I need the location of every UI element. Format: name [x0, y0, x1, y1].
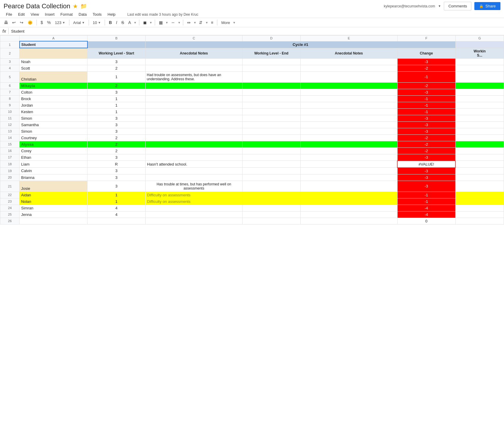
- format-number-dropdown[interactable]: 123 ▼: [53, 20, 67, 26]
- cell-a18[interactable]: Liam: [20, 161, 87, 168]
- cell-d12[interactable]: [242, 121, 300, 128]
- cell-g3[interactable]: [455, 58, 504, 65]
- cell-b24[interactable]: 4: [87, 205, 146, 211]
- align-caret[interactable]: ▼: [193, 21, 196, 24]
- cell-d3[interactable]: [242, 58, 300, 65]
- cell-c13[interactable]: [146, 128, 243, 134]
- star-icon[interactable]: ★: [73, 3, 78, 10]
- cell-f6[interactable]: -2: [397, 82, 455, 89]
- cell-a6[interactable]: Mikayla: [20, 82, 87, 89]
- cell-b26[interactable]: [87, 218, 146, 224]
- cell-f5[interactable]: -1: [397, 71, 455, 82]
- cell-c19[interactable]: [146, 168, 243, 174]
- cell-d23[interactable]: [242, 198, 300, 205]
- cell-f2[interactable]: Change: [397, 48, 455, 58]
- cell-e2[interactable]: Anecdotal Notes: [300, 48, 397, 58]
- cell-b7[interactable]: 3: [87, 89, 146, 95]
- cell-g25[interactable]: [455, 211, 504, 218]
- cell-e18[interactable]: [300, 161, 397, 168]
- cell-g7[interactable]: [455, 89, 504, 95]
- cell-a16[interactable]: Corey: [20, 147, 87, 154]
- cell-e22[interactable]: [300, 192, 397, 198]
- comments-button[interactable]: Comments: [444, 2, 471, 10]
- cell-a17[interactable]: Ethan: [20, 154, 87, 161]
- cell-b13[interactable]: 3: [87, 128, 146, 134]
- cell-b17[interactable]: 3: [87, 154, 146, 161]
- cell-d14[interactable]: [242, 134, 300, 141]
- cell-a5[interactable]: Christian: [20, 71, 87, 82]
- cell-e4[interactable]: [300, 65, 397, 71]
- cell-b3[interactable]: 3: [87, 58, 146, 65]
- menu-data[interactable]: Data: [76, 12, 89, 17]
- share-button[interactable]: 🔒 Share: [474, 2, 500, 10]
- cell-b21[interactable]: 3: [87, 181, 146, 192]
- wrap-button[interactable]: ≡: [209, 19, 215, 26]
- cell-g15[interactable]: [455, 141, 504, 147]
- cell-e24[interactable]: [300, 205, 397, 211]
- menu-help[interactable]: Help: [105, 12, 118, 17]
- user-dropdown-icon[interactable]: ▼: [438, 4, 441, 8]
- cell-a8[interactable]: Brock: [20, 95, 87, 102]
- cell-g11[interactable]: [455, 115, 504, 121]
- cell-d19[interactable]: [242, 168, 300, 174]
- cell-e5[interactable]: [300, 71, 397, 82]
- cell-d16[interactable]: [242, 147, 300, 154]
- cell-g18[interactable]: [455, 161, 504, 168]
- cell-b15[interactable]: 2: [87, 141, 146, 147]
- sheet-container[interactable]: A B C D E F G 1 Student Cycle #1 2: [0, 35, 504, 224]
- cell-e13[interactable]: [300, 128, 397, 134]
- cell-f4[interactable]: -2: [397, 65, 455, 71]
- cell-f21[interactable]: -3: [397, 181, 455, 192]
- cell-f24[interactable]: -4: [397, 205, 455, 211]
- cell-g5[interactable]: [455, 71, 504, 82]
- cell-a3[interactable]: Noah: [20, 58, 87, 65]
- folder-icon[interactable]: 📁: [80, 3, 87, 9]
- cell-g4[interactable]: [455, 65, 504, 71]
- cell-e26[interactable]: [300, 218, 397, 224]
- cell-e7[interactable]: [300, 89, 397, 95]
- cell-c10[interactable]: [146, 108, 243, 115]
- cell-c16[interactable]: [146, 147, 243, 154]
- cell-a14[interactable]: Courtney: [20, 134, 87, 141]
- cell-g10[interactable]: [455, 108, 504, 115]
- cell-d18[interactable]: [242, 161, 300, 168]
- cell-a15[interactable]: Alyssa: [20, 141, 87, 147]
- strikethrough-button[interactable]: S: [120, 19, 125, 26]
- cell-a9[interactable]: Jordan: [20, 102, 87, 108]
- cell-c8[interactable]: [146, 95, 243, 102]
- cell-g16[interactable]: [455, 147, 504, 154]
- cell-c9[interactable]: [146, 102, 243, 108]
- cell-f10[interactable]: -1: [397, 108, 455, 115]
- cell-e6[interactable]: [300, 82, 397, 89]
- cell-g12[interactable]: [455, 121, 504, 128]
- cell-d26[interactable]: [242, 218, 300, 224]
- cell-g19[interactable]: [455, 168, 504, 174]
- cell-d8[interactable]: [242, 95, 300, 102]
- cell-f8[interactable]: -1: [397, 95, 455, 102]
- cell-a26[interactable]: [20, 218, 87, 224]
- more-caret[interactable]: ▼: [233, 21, 236, 24]
- menu-format[interactable]: Format: [58, 12, 75, 17]
- cell-a19[interactable]: Calvin: [20, 168, 87, 174]
- cell-a12[interactable]: Samantha: [20, 121, 87, 128]
- cell-e20[interactable]: [300, 174, 397, 181]
- merge-caret[interactable]: ▼: [178, 21, 181, 24]
- cell-a11[interactable]: Simon: [20, 115, 87, 121]
- cell-a1[interactable]: Student: [20, 41, 87, 48]
- cell-f19[interactable]: -3: [397, 168, 455, 174]
- font-color-caret[interactable]: ▼: [134, 21, 137, 24]
- cell-e15[interactable]: [300, 141, 397, 147]
- cell-g22[interactable]: [455, 192, 504, 198]
- col-header-e[interactable]: E: [300, 36, 397, 41]
- cell-a24[interactable]: Simran: [20, 205, 87, 211]
- cell-c15[interactable]: [146, 141, 243, 147]
- cell-c25[interactable]: [146, 211, 243, 218]
- cell-b2[interactable]: Working Level - Start: [87, 48, 146, 58]
- cell-f18[interactable]: #VALUE!: [397, 161, 455, 168]
- cell-b20[interactable]: 3: [87, 174, 146, 181]
- redo-button[interactable]: ↪: [18, 19, 25, 26]
- menu-insert[interactable]: Insert: [42, 12, 57, 17]
- cell-e9[interactable]: [300, 102, 397, 108]
- font-dropdown[interactable]: Arial ▼: [72, 20, 86, 26]
- fill-color-caret[interactable]: ▼: [149, 21, 152, 24]
